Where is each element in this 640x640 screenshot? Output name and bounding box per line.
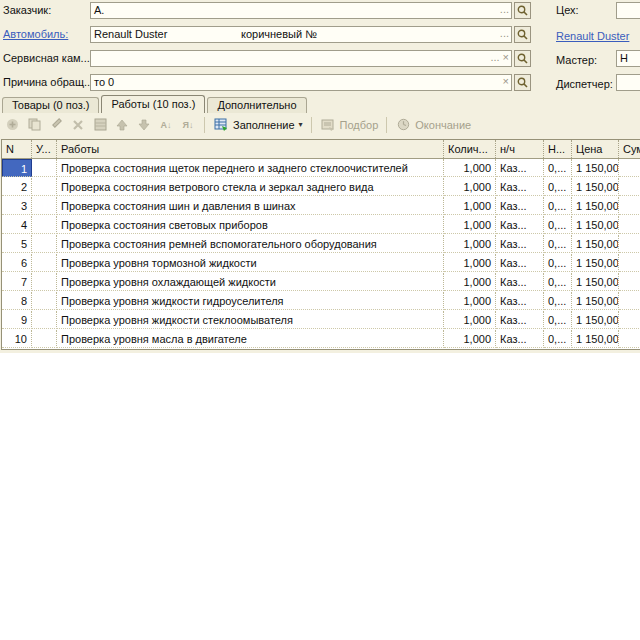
row-nh-cell[interactable]: Каз... <box>496 292 544 310</box>
row-u-cell[interactable] <box>32 292 57 310</box>
row-qty-cell[interactable]: 1,000 <box>444 311 496 329</box>
table-row[interactable]: 3 Проверка состояния шин и давления в ши… <box>2 197 640 216</box>
finish-button[interactable]: Окончание <box>395 117 471 133</box>
car-open-button[interactable] <box>514 26 531 43</box>
row-u-cell[interactable] <box>32 216 57 234</box>
row-qty-cell[interactable]: 1,000 <box>444 273 496 291</box>
column-header-qty[interactable]: Колич... <box>444 140 496 158</box>
row-sum-cell[interactable] <box>619 311 640 329</box>
row-work-cell[interactable]: Проверка состояния шин и давления в шина… <box>57 197 444 215</box>
row-work-cell[interactable]: Проверка уровня жидкости гидроуселителя <box>57 292 444 310</box>
row-price-cell[interactable]: 1 150,00 <box>572 159 619 177</box>
table-row[interactable]: 6 Проверка уровня тормозной жидкости 1,0… <box>2 254 640 273</box>
row-number-cell[interactable]: 3 <box>2 197 32 215</box>
sort-ascending-icon[interactable]: А↓ <box>158 117 174 133</box>
fill-button[interactable]: Заполнение ▾ <box>213 117 303 133</box>
row-number-cell[interactable]: 8 <box>2 292 32 310</box>
row-work-cell[interactable]: Проверка состояния щеток переднего и зад… <box>57 159 444 177</box>
row-price-cell[interactable]: 1 150,00 <box>572 216 619 234</box>
row-sum-cell[interactable] <box>619 197 640 215</box>
row-price-cell[interactable]: 1 150,00 <box>572 197 619 215</box>
column-header-work[interactable]: Работы <box>57 140 444 158</box>
row-hours-cell[interactable]: 0,... <box>544 197 572 215</box>
row-u-cell[interactable] <box>32 254 57 272</box>
row-price-cell[interactable]: 1 150,00 <box>572 235 619 253</box>
row-hours-cell[interactable]: 0,... <box>544 216 572 234</box>
row-qty-cell[interactable]: 1,000 <box>444 178 496 196</box>
choose-ellipsis-icon[interactable]: ... <box>500 3 509 18</box>
choose-ellipsis-icon[interactable]: ... <box>500 27 509 42</box>
clear-icon[interactable]: × <box>503 51 509 66</box>
shop-field[interactable] <box>616 2 640 19</box>
row-qty-cell[interactable]: 1,000 <box>444 254 496 272</box>
column-header-nh[interactable]: н/ч <box>496 140 544 158</box>
tab-additional[interactable]: Дополнительно <box>207 97 306 113</box>
column-header-h[interactable]: Н... <box>544 140 572 158</box>
row-qty-cell[interactable]: 1,000 <box>444 216 496 234</box>
row-nh-cell[interactable]: Каз... <box>496 254 544 272</box>
clear-icon[interactable]: × <box>503 75 509 90</box>
pick-button[interactable]: Подбор <box>320 117 379 133</box>
tab-goods[interactable]: Товары (0 поз.) <box>2 97 99 113</box>
row-price-cell[interactable]: 1 150,00 <box>572 273 619 291</box>
row-qty-cell[interactable]: 1,000 <box>444 159 496 177</box>
row-u-cell[interactable] <box>32 178 57 196</box>
row-hours-cell[interactable]: 0,... <box>544 330 572 348</box>
row-u-cell[interactable] <box>32 159 57 177</box>
table-row[interactable]: 4 Проверка состояния световых приборов 1… <box>2 216 640 235</box>
row-sum-cell[interactable] <box>619 292 640 310</box>
row-settings-icon[interactable] <box>92 117 108 133</box>
column-header-u[interactable]: У... <box>32 140 57 158</box>
row-hours-cell[interactable]: 0,... <box>544 292 572 310</box>
row-work-cell[interactable]: Проверка уровня жидкости стеклоомывателя <box>57 311 444 329</box>
row-number-cell[interactable]: 7 <box>2 273 32 291</box>
dispatcher-field[interactable] <box>616 74 640 91</box>
car-label-link[interactable]: Автомобиль: <box>3 26 68 43</box>
row-number-cell[interactable]: 10 <box>2 330 32 348</box>
add-row-icon[interactable] <box>4 117 20 133</box>
car-detail-link[interactable]: Renault Duster <box>556 28 629 45</box>
move-up-icon[interactable] <box>114 117 130 133</box>
row-nh-cell[interactable]: Каз... <box>496 330 544 348</box>
tab-works[interactable]: Работы (10 поз.) <box>101 95 205 113</box>
row-qty-cell[interactable]: 1,000 <box>444 197 496 215</box>
table-row[interactable]: 10 Проверка уровня масла в двигателе 1,0… <box>2 330 640 349</box>
row-nh-cell[interactable]: Каз... <box>496 178 544 196</box>
edit-row-icon[interactable] <box>48 117 64 133</box>
row-work-cell[interactable]: Проверка состояния ремней вспомогательно… <box>57 235 444 253</box>
row-hours-cell[interactable]: 0,... <box>544 311 572 329</box>
row-hours-cell[interactable]: 0,... <box>544 273 572 291</box>
row-qty-cell[interactable]: 1,000 <box>444 330 496 348</box>
row-sum-cell[interactable] <box>619 254 640 272</box>
row-sum-cell[interactable] <box>619 273 640 291</box>
column-header-price[interactable]: Цена <box>572 140 619 158</box>
row-nh-cell[interactable]: Каз... <box>496 273 544 291</box>
row-sum-cell[interactable] <box>619 159 640 177</box>
row-nh-cell[interactable]: Каз... <box>496 159 544 177</box>
table-row[interactable]: 8 Проверка уровня жидкости гидроуселител… <box>2 292 640 311</box>
sort-descending-icon[interactable]: Я↓ <box>180 117 196 133</box>
table-row[interactable]: 7 Проверка уровня охлаждающей жидкости 1… <box>2 273 640 292</box>
row-hours-cell[interactable]: 0,... <box>544 178 572 196</box>
reason-open-button[interactable] <box>514 74 531 91</box>
row-u-cell[interactable] <box>32 311 57 329</box>
row-u-cell[interactable] <box>32 330 57 348</box>
customer-open-button[interactable] <box>514 2 531 19</box>
column-header-sum[interactable]: Сум... <box>619 140 640 158</box>
row-hours-cell[interactable]: 0,... <box>544 159 572 177</box>
table-row[interactable]: 2 Проверка состояния ветрового стекла и … <box>2 178 640 197</box>
row-work-cell[interactable]: Проверка уровня охлаждающей жидкости <box>57 273 444 291</box>
row-number-cell[interactable]: 9 <box>2 311 32 329</box>
row-sum-cell[interactable] <box>619 235 640 253</box>
row-qty-cell[interactable]: 1,000 <box>444 235 496 253</box>
copy-row-icon[interactable] <box>26 117 42 133</box>
move-down-icon[interactable] <box>136 117 152 133</box>
row-u-cell[interactable] <box>32 235 57 253</box>
row-nh-cell[interactable]: Каз... <box>496 235 544 253</box>
service-campaign-field[interactable]: ... × <box>90 50 512 67</box>
choose-ellipsis-icon[interactable]: ... <box>490 51 499 66</box>
row-number-cell[interactable]: 2 <box>2 178 32 196</box>
row-work-cell[interactable]: Проверка состояния световых приборов <box>57 216 444 234</box>
row-nh-cell[interactable]: Каз... <box>496 311 544 329</box>
master-field[interactable]: Н <box>616 50 640 67</box>
